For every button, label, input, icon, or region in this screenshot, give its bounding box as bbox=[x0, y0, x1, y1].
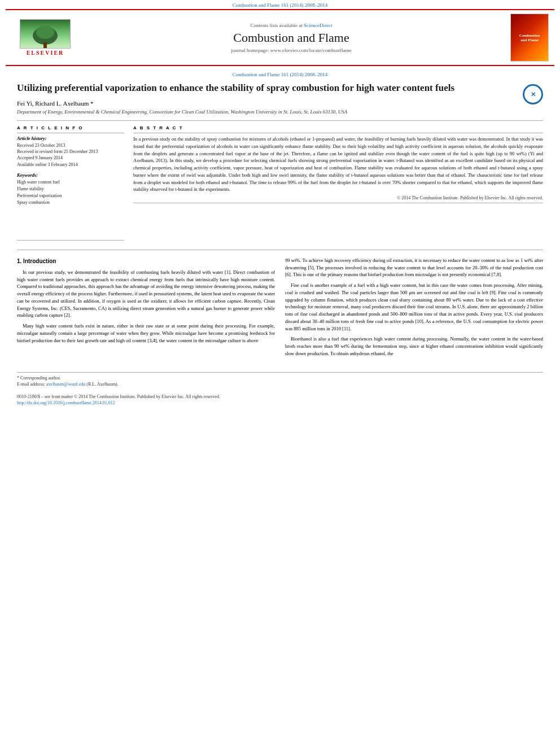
abstract-text: In a previous study on the stability of … bbox=[133, 136, 543, 193]
footnote-email-line: E-mail address: axelbaum@wustl.edu (R.L.… bbox=[17, 381, 543, 387]
body-para-2: Many high water content fuels exist in n… bbox=[17, 322, 275, 344]
footnote-email-link[interactable]: axelbaum@wustl.edu bbox=[46, 382, 85, 387]
journal-header: ELSEVIER Contents lists available at Sci… bbox=[6, 9, 554, 66]
logo-image bbox=[20, 19, 71, 49]
header-divider bbox=[17, 120, 543, 121]
para5-text: Bioethanol is also a fuel that experienc… bbox=[285, 335, 543, 357]
article-info-label: A R T I C L E I N F O bbox=[17, 125, 124, 130]
author-names: Fei Yi, Richard L. Axelbaum * bbox=[17, 100, 94, 107]
abstract-col: A B S T R A C T In a previous study on t… bbox=[133, 125, 543, 243]
section-divider bbox=[17, 250, 543, 250]
keyword-1: High water content fuel bbox=[17, 179, 124, 186]
cover-line1: Combustion bbox=[519, 33, 540, 38]
article-title: Utilizing preferential vaporization to e… bbox=[17, 82, 543, 94]
para3-text: 99 wt%. To achieve high recovery efficie… bbox=[285, 257, 543, 278]
elsevier-logo: ELSEVIER bbox=[11, 19, 79, 56]
body-right-col: 99 wt%. To achieve high recovery efficie… bbox=[285, 257, 543, 361]
crossmark-icon: ✕ bbox=[531, 91, 536, 98]
para1-text: In our previous study, we demonstrated t… bbox=[17, 269, 275, 319]
journal-header-left: ELSEVIER bbox=[11, 19, 79, 56]
journal-title-display: Combustion and Flame bbox=[79, 30, 504, 45]
contents-text: Contents lists available at bbox=[251, 23, 303, 28]
keywords-title: Keywords: bbox=[17, 172, 124, 178]
abstract-label: A B S T R A C T bbox=[133, 125, 543, 130]
received-revised-date: Received in revised form 25 December 201… bbox=[17, 148, 124, 155]
paper-content: Combustion and Flame 161 (2014) 2008–201… bbox=[0, 66, 560, 366]
accepted-date: Accepted 9 January 2014 bbox=[17, 155, 124, 161]
abstract-top-divider bbox=[133, 133, 543, 133]
history-title: Article history: bbox=[17, 136, 124, 141]
body-para-4: Fine coal is another example of a fuel w… bbox=[285, 282, 543, 332]
doi-line: http://dx.doi.org/10.1016/j.combustflame… bbox=[17, 400, 543, 405]
sciencedirect-link[interactable]: ScienceDirect bbox=[304, 23, 332, 28]
footnote-asterisk-note: * Corresponding author. bbox=[17, 375, 61, 381]
keyword-2: Flame stability bbox=[17, 186, 124, 193]
title-area: ✕ Utilizing preferential vaporization to… bbox=[17, 82, 543, 94]
bottom-bar: 0010-2180/$ – see front matter © 2014 Th… bbox=[0, 392, 560, 408]
body-para-1: In our previous study, we demonstrated t… bbox=[17, 269, 275, 319]
copyright-line: © 2014 The Combustion Institute. Publish… bbox=[133, 195, 543, 200]
footnote-area: * Corresponding author. E-mail address: … bbox=[17, 372, 543, 387]
footnote-email-label: E-mail address: bbox=[17, 382, 45, 387]
section1-heading: 1. Introduction bbox=[17, 257, 275, 265]
para2-text: Many high water content fuels exist in n… bbox=[17, 322, 275, 344]
keyword-4: Spray combustion bbox=[17, 199, 124, 206]
doi-link[interactable]: http://dx.doi.org/10.1016/j.combustflame… bbox=[17, 400, 115, 405]
journal-cover-image: Combustion and Flame bbox=[510, 14, 549, 62]
crossmark-badge: ✕ bbox=[523, 84, 543, 104]
received-date: Received 23 October 2013 bbox=[17, 142, 124, 148]
cover-line2: and Flame bbox=[520, 38, 539, 42]
top-reference-bar: Combustion and Flame 161 (2014) 2008–201… bbox=[0, 0, 560, 9]
authors-line: Fei Yi, Richard L. Axelbaum * bbox=[17, 100, 543, 107]
body-para-5: Bioethanol is also a fuel that experienc… bbox=[285, 335, 543, 357]
elsevier-wordmark: ELSEVIER bbox=[27, 50, 64, 56]
body-text-area: 1. Introduction In our previous study, w… bbox=[17, 257, 543, 361]
article-top-citation: Combustion and Flame 161 (2014) 2008–201… bbox=[17, 72, 543, 77]
body-left-col: 1. Introduction In our previous study, w… bbox=[17, 257, 275, 361]
available-date: Available online 3 February 2014 bbox=[17, 161, 124, 168]
authors-text: Fei Yi, Richard L. Axelbaum * bbox=[17, 100, 94, 107]
tree-image bbox=[28, 25, 62, 48]
journal-homepage: journal homepage: www.elsevier.com/locat… bbox=[79, 47, 504, 53]
article-info-abstract-row: A R T I C L E I N F O Article history: R… bbox=[17, 125, 543, 243]
para4-text: Fine coal is another example of a fuel w… bbox=[285, 282, 543, 332]
article-info-col: A R T I C L E I N F O Article history: R… bbox=[17, 125, 124, 243]
contents-line: Contents lists available at ScienceDirec… bbox=[79, 23, 504, 28]
body-para-3: 99 wt%. To achieve high recovery efficie… bbox=[285, 257, 543, 278]
journal-header-right: Combustion and Flame bbox=[504, 14, 549, 62]
keyword-3: Preferential vaporization bbox=[17, 193, 124, 199]
issn-line: 0010-2180/$ – see front matter © 2014 Th… bbox=[17, 394, 543, 399]
journal-ref-text: Combustion and Flame 161 (2014) 2008–201… bbox=[233, 2, 328, 8]
footnote-email-person: (R.L. Axelbaum). bbox=[86, 382, 118, 387]
abstract-bottom-divider bbox=[133, 203, 543, 203]
affiliation-line: Department of Energy, Environmental & Ch… bbox=[17, 109, 543, 115]
journal-header-center: Contents lists available at ScienceDirec… bbox=[79, 23, 504, 53]
info-top-divider bbox=[17, 133, 124, 133]
footnote-corresponding: * Corresponding author. bbox=[17, 375, 543, 381]
info-bottom-divider bbox=[17, 240, 124, 241]
